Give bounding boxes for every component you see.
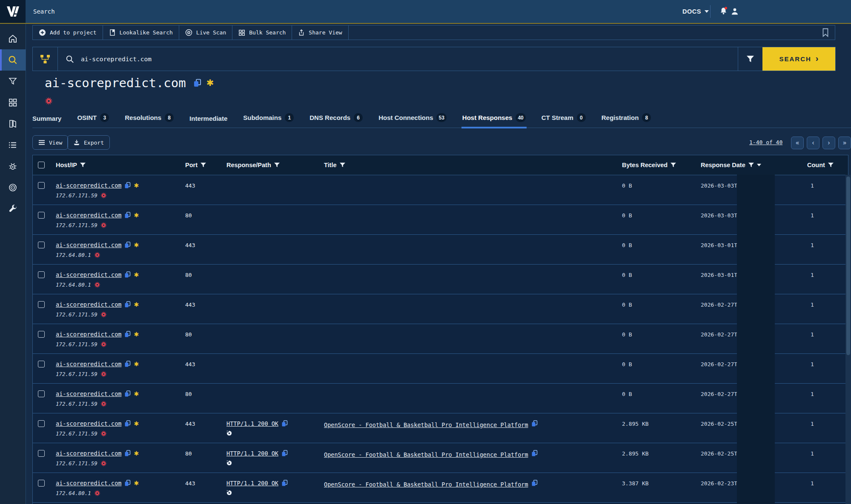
- row-checkbox[interactable]: [38, 331, 45, 338]
- copy-icon[interactable]: [193, 79, 201, 88]
- tab-intermediate[interactable]: Intermediate: [189, 115, 227, 128]
- copy-icon[interactable]: [124, 182, 131, 189]
- row-checkbox[interactable]: [38, 361, 45, 367]
- copy-icon[interactable]: [124, 271, 131, 278]
- first-page-button[interactable]: «: [791, 137, 804, 149]
- column-header-response-date[interactable]: Response Date: [701, 155, 761, 175]
- tab-summary[interactable]: Summary: [32, 115, 61, 128]
- copy-icon[interactable]: [124, 331, 131, 338]
- row-checkbox[interactable]: [38, 301, 45, 308]
- sidebar-item-apps[interactable]: [0, 92, 26, 113]
- copy-icon[interactable]: [281, 420, 288, 427]
- copy-icon[interactable]: [124, 301, 131, 308]
- column-header-response-path[interactable]: Response/Path: [226, 155, 280, 175]
- copy-icon[interactable]: [531, 480, 538, 487]
- row-checkbox[interactable]: [38, 480, 45, 487]
- row-checkbox[interactable]: [38, 420, 45, 427]
- tab-subdomains[interactable]: Subdomains1: [243, 113, 294, 128]
- copy-icon[interactable]: [124, 480, 131, 487]
- copy-icon[interactable]: [124, 361, 131, 367]
- host-link[interactable]: ai-scorepredict.com: [56, 390, 121, 397]
- page-title-link[interactable]: OpenScore - Football & Basketball Pro In…: [324, 481, 528, 488]
- live-scan-button[interactable]: Live Scan: [179, 26, 232, 40]
- host-link[interactable]: ai-scorepredict.com: [56, 420, 121, 427]
- favorite-asterisk-icon[interactable]: ✱: [134, 271, 139, 278]
- favorite-asterisk-icon[interactable]: ✱: [134, 480, 139, 487]
- host-link[interactable]: ai-scorepredict.com: [56, 361, 121, 367]
- favorite-asterisk-icon[interactable]: ✱: [134, 182, 139, 189]
- filter-funnel-icon[interactable]: [340, 162, 345, 168]
- copy-icon[interactable]: [531, 420, 538, 427]
- docs-menu[interactable]: DOCS: [682, 0, 709, 23]
- favorite-asterisk-icon[interactable]: ✱: [134, 212, 139, 219]
- copy-icon[interactable]: [124, 390, 131, 397]
- filter-funnel-icon[interactable]: [274, 162, 280, 168]
- sort-caret-icon[interactable]: [757, 164, 761, 166]
- column-header-title[interactable]: Title: [324, 155, 345, 175]
- column-header-host-ip[interactable]: Host/IP: [56, 155, 86, 175]
- host-link[interactable]: ai-scorepredict.com: [56, 480, 121, 487]
- sidebar-item-reports[interactable]: [0, 113, 26, 134]
- share-view-button[interactable]: Share View: [292, 26, 348, 40]
- user-avatar-icon[interactable]: [731, 7, 739, 17]
- bookmark-button[interactable]: [816, 26, 835, 40]
- host-link[interactable]: ai-scorepredict.com: [56, 450, 121, 457]
- filter-funnel-icon[interactable]: [670, 162, 676, 168]
- sidebar-item-tools[interactable]: [0, 198, 26, 219]
- tab-dns-records[interactable]: DNS Records6: [309, 113, 363, 128]
- column-header-count[interactable]: Count: [807, 155, 834, 175]
- row-checkbox[interactable]: [38, 390, 45, 397]
- copy-icon[interactable]: [124, 242, 131, 248]
- query-type-button[interactable]: [33, 47, 58, 71]
- host-link[interactable]: ai-scorepredict.com: [56, 212, 121, 219]
- host-link[interactable]: ai-scorepredict.com: [56, 301, 121, 308]
- favorite-asterisk-icon[interactable]: ✱: [134, 450, 139, 457]
- page-title-link[interactable]: OpenScore - Football & Basketball Pro In…: [324, 421, 528, 428]
- filter-funnel-icon[interactable]: [80, 162, 86, 168]
- favorite-asterisk-icon[interactable]: ✱: [134, 420, 139, 427]
- sidebar-item-search[interactable]: [0, 49, 26, 71]
- last-page-button[interactable]: »: [838, 137, 851, 149]
- sidebar-item-scan[interactable]: [0, 177, 26, 198]
- favorite-asterisk-icon[interactable]: ✱: [134, 301, 139, 308]
- tab-ct-stream[interactable]: CT Stream0: [542, 113, 586, 128]
- host-link[interactable]: ai-scorepredict.com: [56, 331, 121, 338]
- tab-osint[interactable]: OSINT3: [77, 113, 109, 128]
- bulk-search-button[interactable]: Bulk Search: [232, 26, 292, 40]
- pagination-range[interactable]: 1-40 of 40: [749, 139, 782, 145]
- column-header-port[interactable]: Port: [185, 155, 206, 175]
- copy-icon[interactable]: [124, 212, 131, 219]
- sidebar-item-threats[interactable]: [0, 156, 26, 177]
- select-all-checkbox[interactable]: [38, 162, 45, 168]
- host-link[interactable]: ai-scorepredict.com: [56, 242, 121, 248]
- favorite-asterisk-icon[interactable]: ✱: [134, 361, 139, 367]
- row-checkbox[interactable]: [38, 242, 45, 248]
- tab-host-connections[interactable]: Host Connections53: [378, 113, 447, 128]
- page-title-link[interactable]: OpenScore - Football & Basketball Pro In…: [324, 451, 528, 458]
- vertical-scrollbar[interactable]: [845, 175, 851, 504]
- favorite-asterisk-icon[interactable]: ✱: [134, 390, 139, 397]
- prev-page-button[interactable]: ‹: [807, 137, 819, 149]
- copy-icon[interactable]: [124, 450, 131, 457]
- row-checkbox[interactable]: [38, 271, 45, 278]
- export-button[interactable]: Export: [67, 135, 110, 150]
- validin-logo[interactable]: [0, 0, 26, 23]
- filter-funnel-icon[interactable]: [748, 162, 754, 168]
- host-link[interactable]: ai-scorepredict.com: [56, 182, 121, 189]
- response-status-link[interactable]: HTTP/1.1 200 OK: [226, 480, 278, 487]
- response-status-link[interactable]: HTTP/1.1 200 OK: [226, 450, 278, 457]
- lookalike-search-button[interactable]: Lookalike Search: [103, 26, 179, 40]
- notifications-bell-icon[interactable]: [719, 6, 728, 18]
- row-checkbox[interactable]: [38, 182, 45, 189]
- row-checkbox[interactable]: [38, 212, 45, 219]
- row-checkbox[interactable]: [38, 450, 45, 457]
- copy-icon[interactable]: [124, 420, 131, 427]
- tab-registration[interactable]: Registration8: [602, 113, 651, 128]
- tab-host-responses[interactable]: Host Responses40: [462, 113, 526, 128]
- sidebar-item-lists[interactable]: [0, 134, 26, 156]
- view-button[interactable]: View: [32, 135, 68, 150]
- search-filter-button[interactable]: [738, 47, 762, 71]
- response-status-link[interactable]: HTTP/1.1 200 OK: [226, 420, 278, 427]
- search-input[interactable]: ai-scorepredict.com: [58, 47, 738, 71]
- copy-icon[interactable]: [531, 450, 538, 457]
